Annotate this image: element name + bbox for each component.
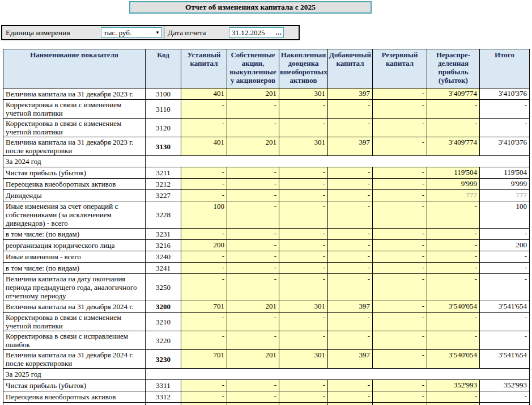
value-cell[interactable]: -	[279, 240, 328, 251]
value-cell[interactable]: -	[328, 251, 373, 263]
value-cell[interactable]: -	[373, 229, 427, 240]
value-cell[interactable]: 301	[279, 137, 328, 156]
value-cell[interactable]: -	[181, 179, 227, 190]
value-cell[interactable]: -	[279, 229, 328, 240]
value-cell[interactable]: -	[279, 119, 328, 137]
value-cell[interactable]: 397	[328, 350, 373, 369]
value-cell[interactable]: -	[279, 190, 328, 201]
value-cell[interactable]: -	[227, 190, 279, 201]
value-cell[interactable]: -	[373, 179, 427, 190]
value-cell[interactable]: 397	[328, 137, 373, 156]
value-cell[interactable]: 201	[227, 350, 279, 369]
value-cell[interactable]: 119'504	[427, 167, 480, 179]
unit-select[interactable]: тыс. руб. ▼	[101, 27, 162, 38]
value-cell[interactable]: -	[328, 380, 373, 391]
value-cell[interactable]: -	[373, 201, 427, 229]
value-cell[interactable]: -	[227, 391, 279, 403]
value-cell[interactable]: 301	[279, 88, 328, 100]
value-cell[interactable]: -	[181, 313, 227, 331]
value-cell[interactable]: 666	[427, 403, 480, 405]
value-cell[interactable]: -	[181, 263, 227, 274]
value-cell[interactable]: -	[328, 403, 373, 405]
value-cell[interactable]: -	[427, 313, 480, 331]
value-cell[interactable]: -	[227, 100, 279, 119]
value-cell[interactable]: -	[328, 167, 373, 179]
value-cell[interactable]: 701	[181, 301, 227, 313]
value-cell[interactable]: -	[181, 229, 227, 240]
date-picker-button[interactable]: …	[275, 31, 282, 33]
value-cell[interactable]: 397	[328, 301, 373, 313]
value-cell[interactable]: -	[373, 274, 427, 301]
value-cell[interactable]: -	[227, 251, 279, 263]
value-cell[interactable]: -	[181, 380, 227, 391]
value-cell[interactable]: -	[227, 229, 279, 240]
value-cell[interactable]: -	[328, 100, 373, 119]
value-cell[interactable]: 3'409'774	[427, 88, 480, 100]
value-cell[interactable]: -	[373, 137, 427, 156]
value-cell[interactable]: -	[373, 313, 427, 331]
value-cell[interactable]: 100	[181, 201, 227, 229]
value-cell[interactable]: 301	[279, 350, 328, 369]
value-cell[interactable]: 201	[227, 88, 279, 100]
value-cell[interactable]: -	[328, 391, 373, 403]
value-cell[interactable]: -	[181, 119, 227, 137]
value-cell[interactable]: -	[427, 119, 480, 137]
value-cell[interactable]: -	[373, 251, 427, 263]
value-cell[interactable]: -	[181, 100, 227, 119]
value-cell[interactable]: -	[181, 331, 227, 350]
value-cell[interactable]: -	[279, 380, 328, 391]
value-cell[interactable]: -	[227, 263, 279, 274]
value-cell[interactable]: -	[373, 380, 427, 391]
value-cell[interactable]: -	[227, 274, 279, 301]
value-cell[interactable]: 201	[227, 301, 279, 313]
value-cell[interactable]: -	[181, 274, 227, 301]
value-cell[interactable]: -	[279, 201, 328, 229]
value-cell[interactable]: -	[227, 201, 279, 229]
value-cell[interactable]: -	[181, 391, 227, 403]
value-cell[interactable]: -	[227, 331, 279, 350]
value-cell[interactable]: -	[373, 100, 427, 119]
value-cell[interactable]: -	[328, 119, 373, 137]
value-cell[interactable]: -	[227, 403, 279, 405]
value-cell[interactable]: 200	[181, 240, 227, 251]
value-cell[interactable]: 352'993	[427, 380, 480, 391]
chevron-down-icon[interactable]: ▼	[155, 31, 160, 35]
value-cell[interactable]: -	[227, 167, 279, 179]
value-cell[interactable]: -	[373, 331, 427, 350]
value-cell[interactable]: -	[181, 403, 227, 405]
value-cell[interactable]: -	[279, 403, 328, 405]
value-cell[interactable]: -	[279, 179, 328, 190]
value-cell[interactable]: 3'409'774	[427, 137, 480, 156]
value-cell[interactable]: 777	[427, 190, 480, 201]
value-cell[interactable]: -	[227, 380, 279, 391]
value-cell[interactable]: -	[279, 313, 328, 331]
value-cell[interactable]: -	[427, 331, 480, 350]
value-cell[interactable]: -	[373, 403, 427, 405]
value-cell[interactable]: -	[279, 167, 328, 179]
value-cell[interactable]: -	[279, 263, 328, 274]
value-cell[interactable]: 9'999	[427, 179, 480, 190]
value-cell[interactable]: -	[427, 100, 480, 119]
value-cell[interactable]: -	[279, 100, 328, 119]
value-cell[interactable]: -	[427, 240, 480, 251]
value-cell[interactable]: -	[373, 301, 427, 313]
value-cell[interactable]: -	[328, 229, 373, 240]
value-cell[interactable]: -	[427, 251, 480, 263]
value-cell[interactable]: -	[373, 350, 427, 369]
value-cell[interactable]: -	[427, 263, 480, 274]
value-cell[interactable]: -	[373, 88, 427, 100]
value-cell[interactable]: -	[427, 274, 480, 301]
value-cell[interactable]: -	[373, 263, 427, 274]
value-cell[interactable]: -	[373, 167, 427, 179]
value-cell[interactable]: -	[227, 313, 279, 331]
value-cell[interactable]: -	[181, 251, 227, 263]
value-cell[interactable]: -	[427, 391, 480, 403]
value-cell[interactable]: -	[427, 201, 480, 229]
value-cell[interactable]: -	[328, 313, 373, 331]
value-cell[interactable]: -	[427, 229, 480, 240]
value-cell[interactable]: -	[328, 274, 373, 301]
value-cell[interactable]: -	[227, 179, 279, 190]
value-cell[interactable]: -	[373, 391, 427, 403]
value-cell[interactable]: 701	[181, 350, 227, 369]
value-cell[interactable]: 3'540'054	[427, 301, 480, 313]
